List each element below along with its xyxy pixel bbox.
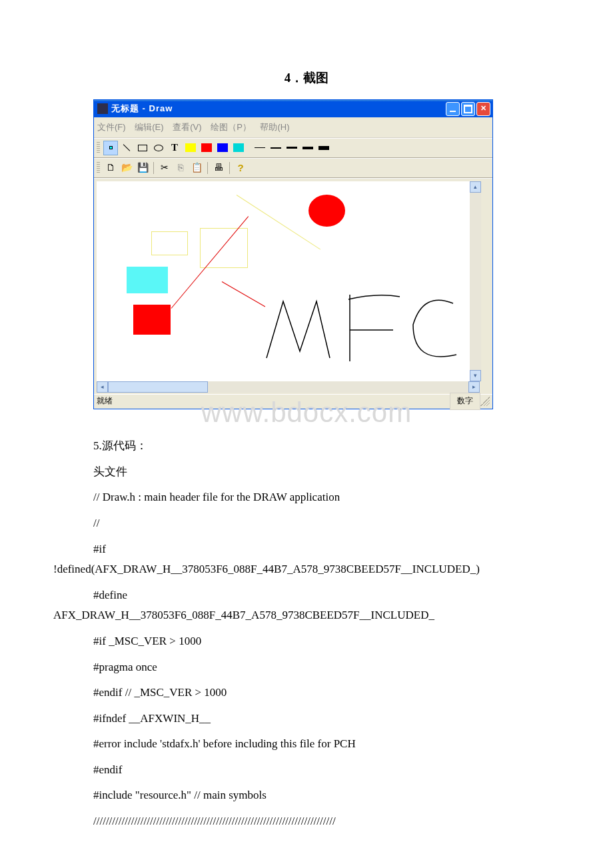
- app-icon: [97, 103, 108, 114]
- shape-red-circle: [308, 195, 345, 227]
- shape-red-rect: [133, 305, 171, 335]
- toolbar-separator: [229, 162, 230, 174]
- new-button[interactable]: 🗋: [103, 161, 118, 175]
- text-line: #define: [93, 585, 586, 606]
- client-area: ▴ ▾: [94, 178, 492, 381]
- scroll-up-button[interactable]: ▴: [470, 181, 481, 193]
- toolbar-grip[interactable]: [97, 142, 100, 154]
- text-line: 5.源代码：: [93, 436, 586, 457]
- text-line: AFX_DRAW_H__378053F6_088F_44B7_A578_9738…: [53, 605, 586, 626]
- close-button[interactable]: [476, 102, 490, 116]
- drawing-toolbar: T: [94, 138, 492, 158]
- toolbar-grip[interactable]: [97, 162, 100, 174]
- document-body: 5.源代码： 头文件 // Draw.h : main header file …: [27, 436, 586, 832]
- text-line: #endif // _MSC_VER > 1000: [93, 683, 586, 703]
- tool-line[interactable]: [119, 141, 134, 155]
- color-blue[interactable]: [215, 141, 230, 155]
- shape-yellow-rect-2: [200, 228, 248, 268]
- cut-button[interactable]: ✂: [157, 161, 172, 175]
- tool-ellipse[interactable]: [151, 141, 166, 155]
- horizontal-scrollbar[interactable]: ◂ ▸: [97, 381, 480, 393]
- tool-text[interactable]: T: [167, 141, 182, 155]
- text-line: 头文件: [93, 462, 586, 483]
- scroll-track[interactable]: [208, 381, 468, 393]
- scroll-thumb[interactable]: [108, 381, 208, 393]
- text-line: #error include 'stdafx.h' before includi…: [93, 734, 586, 755]
- paste-button[interactable]: 📋: [189, 161, 204, 175]
- print-button[interactable]: 🖶: [211, 161, 226, 175]
- window-title: 无标题 - Draw: [111, 101, 446, 116]
- status-ready: 就绪: [97, 394, 113, 409]
- text-line: #if: [93, 539, 586, 560]
- app-window: 无标题 - Draw 文件(F) 编辑(E) 查看(V) 绘图（P） 帮助(H)…: [93, 99, 493, 409]
- toolbar-separator: [207, 162, 208, 174]
- color-cyan[interactable]: [231, 141, 246, 155]
- text-line: !defined(AFX_DRAW_H__378053F6_088F_44B7_…: [53, 559, 586, 580]
- section-heading: 4．截图: [27, 67, 586, 89]
- standard-toolbar: 🗋 📂 💾 ✂ ⎘ 📋 🖶 ?: [94, 158, 492, 178]
- tool-rectangle[interactable]: [135, 141, 150, 155]
- shape-red-line-2: [222, 281, 265, 307]
- menu-view[interactable]: 查看(V): [173, 122, 201, 132]
- menu-file[interactable]: 文件(F): [97, 122, 126, 132]
- toolbar-separator: [153, 162, 154, 174]
- window-titlebar[interactable]: 无标题 - Draw: [94, 100, 492, 117]
- text-line: ////////////////////////////////////////…: [93, 811, 586, 832]
- resize-grip[interactable]: [480, 397, 490, 406]
- drawing-canvas[interactable]: [97, 181, 470, 381]
- text-line: #if _MSC_VER > 1000: [93, 631, 586, 652]
- text-line: // Draw.h : main header file for the DRA…: [93, 487, 586, 508]
- menu-draw[interactable]: 绘图（P）: [211, 122, 251, 132]
- menu-edit[interactable]: 编辑(E): [135, 122, 163, 132]
- linewidth-2[interactable]: [269, 141, 283, 155]
- linewidth-5[interactable]: [316, 141, 331, 155]
- open-button[interactable]: 📂: [119, 161, 134, 175]
- copy-button[interactable]: ⎘: [173, 161, 188, 175]
- vertical-scrollbar[interactable]: ▴ ▾: [470, 181, 481, 381]
- screenshot-container: 无标题 - Draw 文件(F) 编辑(E) 查看(V) 绘图（P） 帮助(H)…: [93, 99, 493, 409]
- scroll-left-button[interactable]: ◂: [97, 381, 108, 393]
- window-controls: [446, 102, 490, 116]
- shape-cyan-rect: [127, 267, 168, 293]
- scroll-down-button[interactable]: ▾: [470, 370, 481, 381]
- scroll-right-button[interactable]: ▸: [468, 381, 480, 393]
- color-yellow[interactable]: [183, 141, 198, 155]
- linewidth-3[interactable]: [285, 141, 299, 155]
- status-bar: 就绪 数字: [94, 394, 492, 409]
- status-numlock: 数字: [450, 393, 480, 410]
- shape-freehand-mfc: [263, 291, 463, 371]
- text-line: #pragma once: [93, 657, 586, 678]
- linewidth-1[interactable]: [253, 141, 267, 155]
- tool-dot[interactable]: [103, 141, 118, 155]
- shape-yellow-rect-1: [151, 231, 188, 255]
- menu-help[interactable]: 帮助(H): [260, 122, 289, 132]
- color-red[interactable]: [199, 141, 214, 155]
- help-button[interactable]: ?: [233, 161, 248, 175]
- text-line: #ifndef __AFXWIN_H__: [93, 709, 586, 729]
- text-line: #endif: [93, 760, 586, 781]
- scroll-track[interactable]: [470, 193, 481, 370]
- maximize-button[interactable]: [461, 102, 475, 116]
- text-line: #include "resource.h" // main symbols: [93, 785, 586, 806]
- shape-yellow-line: [237, 195, 320, 250]
- menu-bar: 文件(F) 编辑(E) 查看(V) 绘图（P） 帮助(H): [94, 117, 492, 137]
- linewidth-4[interactable]: [301, 141, 315, 155]
- minimize-button[interactable]: [446, 102, 460, 116]
- text-line: //: [93, 513, 586, 534]
- save-button[interactable]: 💾: [135, 161, 150, 175]
